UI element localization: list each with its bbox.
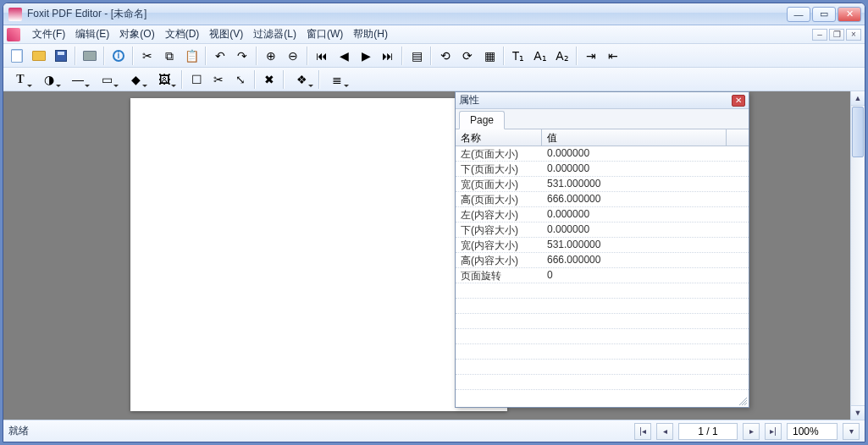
last-page-button[interactable]: ⏭ bbox=[378, 46, 398, 66]
menu-item[interactable]: 对象(O) bbox=[114, 25, 159, 43]
zoom-indicator[interactable]: 100% bbox=[787, 423, 838, 440]
image-tool-icon: 🖼 bbox=[158, 74, 170, 85]
property-row-empty bbox=[456, 344, 749, 360]
scroll-down-button[interactable]: ▼ bbox=[851, 405, 865, 420]
rect-tool-button[interactable]: ▭ bbox=[93, 69, 120, 90]
crop-tool-button[interactable]: ✂ bbox=[208, 69, 229, 90]
property-row[interactable]: 左(页面大小)0.000000 bbox=[456, 146, 749, 162]
menu-item[interactable]: 帮助(H) bbox=[348, 25, 393, 43]
zoom-in-button[interactable]: ⊕ bbox=[261, 46, 281, 66]
menu-item[interactable]: 文件(F) bbox=[27, 25, 70, 43]
tab-page[interactable]: Page bbox=[459, 111, 505, 129]
zoom-out-icon: ⊖ bbox=[288, 50, 298, 62]
prev-page-icon: ◀ bbox=[340, 50, 349, 62]
mdi-restore-button[interactable]: ❐ bbox=[829, 29, 844, 41]
property-row[interactable]: 宽(页面大小)531.000000 bbox=[456, 177, 749, 192]
property-value: 0 bbox=[542, 268, 749, 283]
property-row[interactable]: 下(内容大小)0.000000 bbox=[456, 222, 749, 238]
toolbar-separator bbox=[205, 47, 207, 65]
window-title: Foxit PDF Editor - [未命名] bbox=[27, 7, 147, 21]
scroll-up-button[interactable]: ▲ bbox=[851, 91, 865, 106]
next-page-button[interactable]: ▸ bbox=[743, 423, 760, 440]
image-tool-button[interactable]: 🖼 bbox=[151, 69, 178, 90]
properties-close-button[interactable]: ✕ bbox=[732, 95, 745, 107]
zoom-out-button[interactable]: ⊖ bbox=[283, 46, 303, 66]
first-page-button[interactable]: ⏮ bbox=[312, 46, 332, 66]
tool-b-button[interactable]: A₁ bbox=[530, 46, 550, 66]
first-page-button[interactable]: |◂ bbox=[634, 423, 651, 440]
col-name[interactable]: 名称 bbox=[456, 129, 542, 146]
toolbar-main: i✂⧉📋↶↷⊕⊖⏮◀▶⏭▤⟲⟳▦T₁A₁A₂⇥⇤ bbox=[3, 44, 865, 68]
property-row[interactable]: 页面旋转0 bbox=[456, 268, 749, 283]
properties-titlebar[interactable]: 属性 ✕ bbox=[456, 92, 749, 109]
rotate-left-button[interactable]: ⟲ bbox=[435, 46, 456, 66]
shape-tool-button[interactable]: ◆ bbox=[122, 69, 149, 90]
cut-icon: ✂ bbox=[142, 50, 152, 62]
paste-button[interactable]: 📋 bbox=[181, 46, 202, 66]
property-name: 宽(内容大小) bbox=[456, 238, 542, 252]
tool-c-button[interactable]: A₂ bbox=[552, 46, 572, 66]
document-page[interactable] bbox=[130, 98, 507, 411]
scroll-thumb[interactable] bbox=[852, 107, 864, 157]
resize-grip[interactable] bbox=[738, 397, 747, 405]
zoom-in-icon: ⊕ bbox=[266, 50, 276, 62]
select-tool-button[interactable]: ☐ bbox=[186, 69, 207, 90]
menu-item[interactable]: 过滤器(L) bbox=[248, 25, 301, 43]
export-button[interactable]: ⇤ bbox=[603, 46, 623, 66]
minimize-button[interactable]: — bbox=[787, 7, 810, 22]
menu-item[interactable]: 窗口(W) bbox=[301, 25, 348, 43]
maximize-button[interactable]: ▭ bbox=[812, 7, 836, 22]
zoom-dropdown[interactable]: ▾ bbox=[843, 423, 860, 440]
rotate-right-button[interactable]: ⟳ bbox=[457, 46, 478, 66]
redo-button[interactable]: ↷ bbox=[232, 46, 252, 66]
open-button[interactable] bbox=[29, 46, 49, 66]
transform-tool-button[interactable]: ⤡ bbox=[230, 69, 251, 90]
next-page-button[interactable]: ▶ bbox=[356, 46, 376, 66]
menu-item[interactable]: 视图(V) bbox=[204, 25, 248, 43]
property-row[interactable]: 下(页面大小)0.000000 bbox=[456, 162, 749, 177]
dropdown-indicator bbox=[27, 85, 32, 87]
cut-button[interactable]: ✂ bbox=[137, 46, 158, 66]
dropdown-indicator bbox=[142, 85, 147, 87]
info-icon: i bbox=[113, 50, 124, 62]
property-row[interactable]: 左(内容大小)0.000000 bbox=[456, 207, 749, 222]
import-button[interactable]: ⇥ bbox=[581, 46, 601, 66]
copy-button[interactable]: ⧉ bbox=[159, 46, 180, 66]
tool-a-button[interactable]: T₁ bbox=[508, 46, 528, 66]
text-tool-button[interactable]: T bbox=[7, 69, 34, 90]
close-button[interactable]: ✕ bbox=[838, 7, 861, 22]
save-button[interactable] bbox=[51, 46, 71, 66]
fit-page-button[interactable]: ▤ bbox=[406, 46, 427, 66]
info-button[interactable]: i bbox=[108, 46, 129, 66]
transform-tool-icon: ⤡ bbox=[235, 74, 246, 85]
undo-button[interactable]: ↶ bbox=[210, 46, 230, 66]
grid-button[interactable]: ▦ bbox=[479, 46, 500, 66]
mdi-close-button[interactable]: × bbox=[846, 29, 861, 41]
property-value: 0.000000 bbox=[542, 222, 749, 237]
property-row-empty bbox=[456, 283, 749, 299]
col-value[interactable]: 值 bbox=[542, 129, 727, 146]
line-tool-button[interactable]: — bbox=[64, 69, 91, 90]
scroll-track[interactable] bbox=[851, 106, 865, 405]
new-page-icon bbox=[11, 49, 23, 63]
last-page-button[interactable]: ▸| bbox=[765, 423, 782, 440]
settings-button[interactable]: ✖ bbox=[259, 69, 279, 90]
shape-tool-icon: ◆ bbox=[131, 74, 141, 85]
print-button[interactable] bbox=[80, 46, 100, 66]
new-page-button[interactable] bbox=[7, 46, 27, 66]
prev-page-button[interactable]: ◂ bbox=[656, 423, 673, 440]
mdi-minimize-button[interactable]: – bbox=[812, 29, 827, 41]
align-button[interactable]: ≣ bbox=[323, 69, 351, 90]
vertical-scrollbar[interactable]: ▲ ▼ bbox=[850, 91, 865, 420]
prev-page-button[interactable]: ◀ bbox=[334, 46, 354, 66]
menu-item[interactable]: 编辑(E) bbox=[70, 25, 114, 43]
page-indicator[interactable]: 1 / 1 bbox=[678, 423, 738, 440]
property-row[interactable]: 高(内容大小)666.000000 bbox=[456, 253, 749, 268]
toolbar-separator bbox=[132, 47, 134, 65]
property-name: 左(内容大小) bbox=[456, 207, 542, 222]
property-row[interactable]: 宽(内容大小)531.000000 bbox=[456, 238, 749, 253]
layers-button[interactable]: ❖ bbox=[288, 69, 315, 90]
property-row[interactable]: 高(页面大小)666.000000 bbox=[456, 192, 749, 207]
menu-item[interactable]: 文档(D) bbox=[160, 25, 205, 43]
color-tool-button[interactable]: ◑ bbox=[36, 69, 63, 90]
